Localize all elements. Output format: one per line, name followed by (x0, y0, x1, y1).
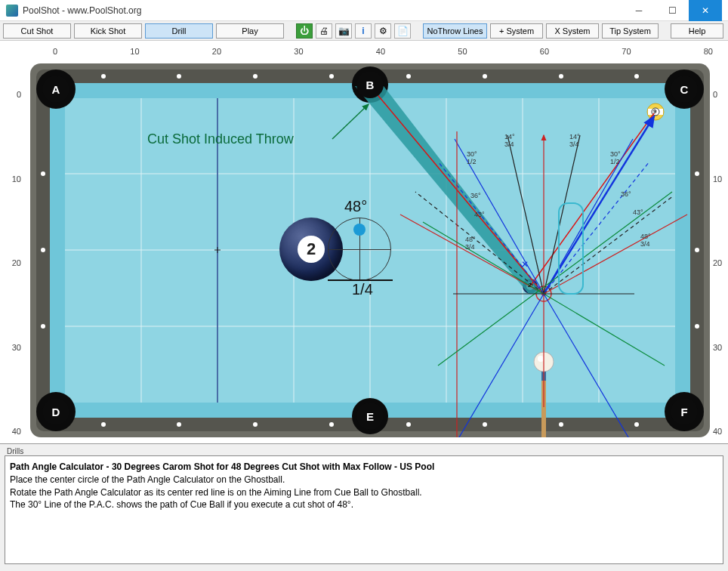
cut-shot-button[interactable]: Cut Shot (3, 23, 71, 39)
ruler-top: 01020304050607080 (53, 47, 713, 56)
svg-point-30 (634, 422, 639, 427)
info-icon[interactable]: i (355, 23, 372, 39)
svg-point-17 (253, 74, 258, 79)
svg-point-24 (177, 422, 181, 427)
throw-annotation: Cut Shot Induced Throw (147, 131, 294, 147)
maximize-button[interactable]: ☐ (656, 0, 689, 21)
lbl-14l: 14°3/4 (504, 133, 515, 148)
power-icon[interactable]: ⏻ (296, 23, 313, 39)
svg-point-25 (253, 422, 258, 427)
svg-point-29 (559, 422, 563, 427)
svg-point-33 (41, 324, 45, 329)
drill-line-2: Rotate the Path Angle Calculator as its … (10, 486, 718, 499)
svg-point-22 (634, 74, 639, 79)
svg-point-32 (41, 248, 45, 252)
inset-angle: 48° (344, 198, 367, 215)
svg-text:✕: ✕ (521, 259, 529, 270)
toolbar: Cut Shot Kick Shot Drill Play ⏻ 🖨 📷 i ⚙ … (0, 21, 728, 41)
gear-icon[interactable]: ⚙ (375, 23, 391, 39)
svg-point-20 (483, 74, 487, 79)
pocket-d: D (42, 398, 69, 425)
lbl-43l: 43° (474, 211, 485, 218)
svg-point-31 (41, 171, 45, 176)
english-dot (353, 224, 366, 236)
lbl-48l: 48°3/4 (465, 236, 476, 251)
svg-point-15 (101, 74, 106, 79)
pocket-f: F (671, 398, 698, 425)
svg-point-21 (559, 74, 563, 79)
ruler-left: 010203040 (9, 90, 21, 436)
drill-line-1: Place the center circle of the Path Angl… (10, 474, 718, 486)
pocket-c: C (671, 76, 698, 103)
pool-table[interactable]: ✕ A B C D E F Cut Shot Induced Throw 2 4… (30, 63, 710, 437)
lbl-48r: 48°3/4 (640, 233, 651, 248)
lbl-36r: 36° (621, 190, 631, 198)
x-system-button[interactable]: X System (546, 23, 599, 39)
app-icon (6, 5, 18, 17)
inset-fraction: 1/4 (352, 281, 373, 298)
pocket-a: A (42, 76, 69, 103)
minimize-button[interactable]: ─ (622, 0, 656, 21)
svg-point-34 (695, 171, 699, 176)
inset-underline (328, 279, 393, 281)
play-button[interactable]: Play (216, 23, 284, 39)
doc-icon[interactable]: 📄 (394, 23, 411, 39)
camera-icon[interactable]: 📷 (335, 23, 352, 39)
print-icon[interactable]: 🖨 (316, 23, 332, 39)
kick-shot-button[interactable]: Kick Shot (74, 23, 142, 39)
svg-point-28 (483, 422, 487, 427)
ruler-right: 010203040 (713, 90, 725, 436)
drills-body: Path Angle Calculator - 30 Degrees Carom… (5, 455, 723, 564)
no-throw-button[interactable]: NoThrow Lines (423, 23, 487, 39)
svg-point-19 (406, 74, 411, 79)
svg-point-35 (695, 248, 699, 252)
svg-point-26 (329, 422, 334, 427)
svg-point-49 (538, 356, 544, 362)
svg-point-16 (177, 74, 181, 79)
help-button[interactable]: Help (671, 23, 723, 39)
plus-system-button[interactable]: + System (490, 23, 543, 39)
lbl-14r: 14°3/4 (569, 133, 580, 148)
svg-point-36 (695, 324, 699, 329)
svg-point-23 (101, 422, 106, 427)
close-button[interactable]: ✕ (689, 0, 722, 21)
tip-system-button[interactable]: Tip System (602, 23, 659, 39)
lbl-30r: 30°1/2 (610, 150, 621, 165)
obj-ball-9: 9 (653, 108, 656, 115)
lbl-43r: 43° (633, 208, 643, 216)
diagram-area[interactable]: 01020304050607080 010203040 010203040 (0, 41, 728, 444)
drills-panel: Drills Path Angle Calculator - 30 Degree… (5, 447, 723, 566)
svg-point-18 (329, 74, 334, 79)
lbl-36l: 36° (470, 192, 481, 199)
window-title: PoolShot - www.PoolShot.org (23, 5, 622, 16)
drill-line-3: The 30° Line of the P.A.C. shows the pat… (10, 498, 718, 511)
english-inset: 2 48° 1/4 (279, 207, 430, 313)
svg-point-27 (406, 422, 411, 427)
lbl-30l: 30°1/2 (467, 150, 477, 165)
drill-title: Path Angle Calculator - 30 Degrees Carom… (10, 461, 718, 474)
obj-ball-2: 2 (528, 282, 531, 289)
titlebar: PoolShot - www.PoolShot.org ─ ☐ ✕ (0, 0, 728, 21)
drills-tab[interactable]: Drills (5, 447, 723, 455)
pocket-b: B (356, 71, 384, 98)
drill-button[interactable]: Drill (145, 23, 213, 39)
pocket-e: E (356, 403, 384, 430)
